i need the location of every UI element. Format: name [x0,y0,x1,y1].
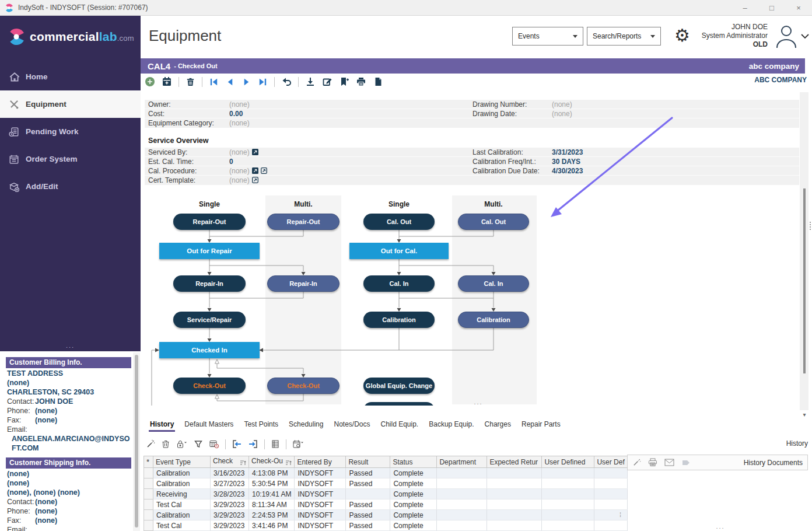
cell-user-defined-2[interactable] [594,468,627,478]
calendar-menu-button[interactable] [292,439,304,449]
repair-out-single-node[interactable]: Repair-Out [173,214,246,230]
cell-result[interactable] [346,489,390,499]
cell-expected-return[interactable] [487,510,542,520]
row-gutter[interactable] [144,468,153,478]
col-user-defined-2[interactable]: User Def [594,456,627,468]
cell-status[interactable]: Complete [390,520,437,531]
cell-department[interactable] [437,478,487,489]
link-out-icon[interactable] [252,148,258,158]
avatar-icon[interactable] [775,24,798,48]
cell-user-defined-2[interactable] [594,499,627,510]
repair-out-multi-node[interactable]: Repair-Out [267,214,340,230]
cell-check[interactable]: 3/29/2023 [211,510,249,520]
cell-department[interactable] [437,499,487,510]
cell-check-out[interactable]: 4:13:08 PM [249,468,295,478]
close-button[interactable]: × [785,0,812,16]
cell-event-type[interactable]: Test Cal [153,499,211,510]
cell-entered-by[interactable]: INDYSOFT [295,468,346,478]
delete-row-button[interactable] [161,439,170,449]
cell-expected-return[interactable] [487,489,542,499]
table-row[interactable]: Test Cal3/29/20238:11:34 AMINDYSOFTPasse… [144,499,628,510]
sidebar-item-order-system[interactable]: Order System [0,145,141,173]
row-gutter[interactable] [144,510,153,520]
cell-check-out[interactable]: 3:41:46 PM [249,520,295,531]
date-grid-button[interactable] [209,439,219,449]
minimize-button[interactable]: – [732,0,758,16]
cell-event-type[interactable]: Test Cal [153,520,211,531]
table-row[interactable]: Receiving3/28/202310:19:41 AMINDYSOFTCom… [144,489,628,499]
sidebar-collapse-handle[interactable]: ... [0,342,141,349]
cell-entered-by[interactable]: INDYSOFT [295,510,346,520]
sidebar-item-equipment[interactable]: Equipment [0,90,141,118]
row-gutter[interactable] [144,478,153,489]
col-user-defined-1[interactable]: User Defined [542,456,594,468]
cal-in-single-node[interactable]: Cal. In [363,275,435,292]
next-record-button[interactable] [242,77,251,87]
print-button[interactable] [356,76,366,87]
cell-check-out[interactable]: 8:11:34 AM [249,499,295,510]
link-out-icon[interactable] [252,167,258,176]
row-gutter[interactable] [144,489,153,499]
col-check-out[interactable]: Check-Ou [249,456,295,468]
tab-repair-parts[interactable]: Repair Parts [520,418,562,432]
cell-status[interactable]: Complete [390,499,437,510]
calibration-single-node[interactable]: Calibration [363,312,435,328]
cal-out-single-node[interactable]: Cal. Out [363,214,435,230]
sidebar-item-home[interactable]: Home [0,63,141,90]
cell-event-type[interactable]: Calibration [153,478,211,489]
main-scrollbar-thumb[interactable] [803,188,806,373]
col-status[interactable]: Status [390,456,437,468]
cell-result[interactable]: Passed [346,478,390,489]
docs-wand-button[interactable] [632,458,641,467]
open-document-icon[interactable] [261,167,267,176]
out-for-cal-node[interactable]: Out for Cal. [349,243,449,259]
cell-check[interactable]: 3/16/2023 [211,468,249,478]
cell-user-defined-1[interactable] [542,510,594,520]
repair-in-multi-node[interactable]: Repair-In [267,275,340,292]
cell-user-defined-1[interactable] [542,478,594,489]
cell-expected-return[interactable] [487,478,542,489]
cell-check[interactable]: 3/27/2023 [211,478,249,489]
row-gutter[interactable] [144,499,153,510]
last-record-button[interactable] [258,77,268,87]
cell-check-out[interactable]: 2:24:53 PM [249,510,295,520]
cell-event-type[interactable]: Calibration [153,510,211,520]
cell-expected-return[interactable] [487,520,542,531]
cell-entered-by[interactable]: INDYSOFT [295,489,346,499]
checked-in-node[interactable]: Checked In [159,342,260,358]
cell-result[interactable]: Passed [346,510,390,520]
cell-status[interactable]: Complete [390,478,437,489]
maximize-button[interactable]: □ [758,0,785,16]
tab-child-equip[interactable]: Child Equip. [380,418,420,432]
edit-wand-button[interactable] [146,439,155,449]
tab-test-points[interactable]: Test Points [243,418,279,432]
table-row[interactable]: Calibration3/29/20232:24:53 PMINDYSOFTPa… [144,510,628,520]
docs-email-button[interactable] [664,459,674,466]
cal-out-multi-node[interactable]: Cal. Out [458,214,529,230]
user-menu-chevron-icon[interactable] [800,33,810,40]
cal-in-multi-node[interactable]: Cal. In [458,275,529,292]
bottom-panel-handle[interactable]: ... [694,523,747,530]
cell-user-defined-2[interactable] [594,520,627,531]
cell-status[interactable]: Complete [390,468,437,478]
details-view-button[interactable] [271,439,280,449]
cell-entered-by[interactable]: INDYSOFT [295,478,346,489]
cell-check-out[interactable]: 10:19:41 AM [249,489,295,499]
table-row[interactable]: Calibration3/27/20235:30:54 PMINDYSOFTPa… [144,478,628,489]
tab-scheduling[interactable]: Scheduling [288,418,324,432]
cell-result[interactable]: Passed [346,520,390,531]
cell-department[interactable] [437,489,487,499]
cell-department[interactable] [437,468,487,478]
cell-status[interactable]: Complete [390,489,437,499]
docs-tag-button[interactable] [681,459,691,466]
previous-record-button[interactable] [225,77,235,87]
left-panel-scrollbar-thumb[interactable] [135,355,138,527]
diagram-resize-handle[interactable]: ... [458,399,499,406]
lock-menu-button[interactable] [176,439,188,449]
clipped-node[interactable] [363,402,435,406]
col-event-type[interactable]: Event Type [153,456,211,468]
cell-check-out[interactable]: 5:30:54 PM [249,478,295,489]
col-expected-return[interactable]: Expected Retur [487,456,542,468]
col-entered-by[interactable]: Entered By [295,456,346,468]
tab-default-masters[interactable]: Default Masters [183,418,235,432]
